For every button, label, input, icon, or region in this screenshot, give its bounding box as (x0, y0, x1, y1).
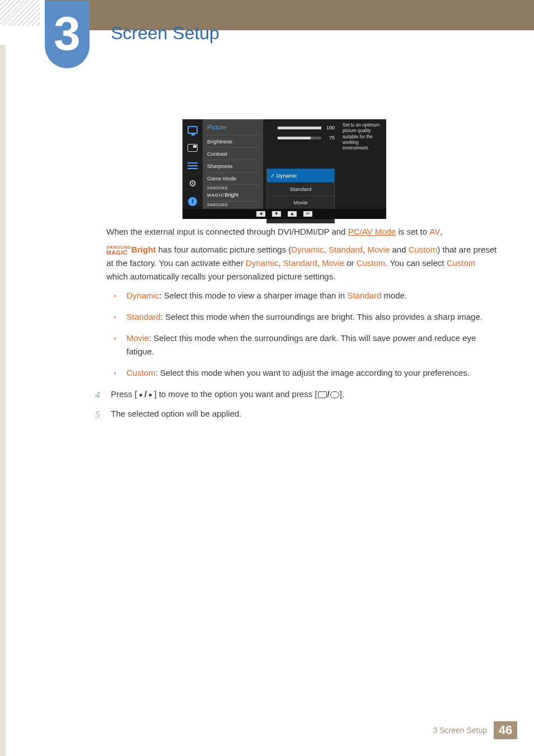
dot-icon (139, 394, 142, 396)
pip-icon (187, 143, 198, 153)
dropdown-option-movie: Movie (267, 195, 334, 209)
osd-item-magicbright: SAMSUNG MAGICBright (207, 184, 259, 200)
left-margin-strip (0, 45, 6, 756)
step-5-number: 5 (95, 407, 103, 422)
osd-menu-title: Picture (207, 123, 259, 133)
step-5-text: The selected option will be applied. (111, 407, 498, 422)
nav-left-icon: ◄ (256, 211, 265, 217)
step-5: 5 The selected option will be applied. (95, 407, 498, 422)
footer-page-number: 46 (494, 721, 517, 739)
dropdown-option-standard: Standard (267, 182, 334, 195)
source-icon (318, 391, 327, 398)
menu-icon (187, 161, 198, 171)
contrast-value: 75 (325, 134, 335, 142)
chapter-title: Screen Setup (111, 19, 219, 48)
osd-item-sharpness: Sharpness (207, 160, 259, 172)
chapter-number: 3 (54, 9, 81, 57)
osd-nav-bar: ◄ ▼ ▲ ↵ (182, 209, 386, 219)
osd-values: 100 75 Dynamic Standard Movie Custom (263, 119, 338, 209)
pcav-mode-link[interactable]: PC/AV Mode (348, 227, 396, 236)
mode-standard: Standard: Select this mode when the surr… (127, 310, 498, 324)
nav-up-icon: ▲ (288, 211, 297, 217)
samsung-magic-inline: SAMSUNG MAGIC (106, 245, 131, 256)
brightness-value: 100 (325, 124, 335, 132)
header-stripes (0, 0, 40, 26)
monitor-icon (187, 125, 198, 135)
osd-tab-strip: ⚙ i (182, 119, 203, 209)
enter-icon (330, 391, 339, 398)
brightness-slider (278, 127, 321, 129)
step-4: 4 Press [ / ] to move to the option you … (95, 388, 498, 403)
page-footer: 3 Screen Setup 46 (433, 721, 517, 739)
dropdown-option-dynamic: Dynamic (267, 169, 334, 182)
mode-list: Dynamic: Select this mode to view a shar… (106, 289, 498, 380)
nav-enter-icon: ↵ (303, 211, 312, 217)
mode-custom: Custom: Select this mode when you want t… (127, 366, 498, 380)
chapter-badge: 3 (45, 1, 90, 68)
intro-paragraph: When the external input is connected thr… (106, 225, 498, 239)
mode-movie: Movie: Select this mode when the surroun… (127, 332, 498, 358)
osd-menu-list: Picture Brightness Contrast Sharpness Ga… (203, 119, 263, 209)
contrast-slider (278, 137, 321, 139)
settings-paragraph: SAMSUNG MAGIC Bright has four automatic … (106, 243, 498, 283)
contrast-slider-row: 75 (266, 133, 335, 143)
brightness-slider-row: 100 (266, 123, 335, 133)
step-4-number: 4 (95, 388, 103, 403)
osd-panel: ⚙ i Picture Brightness Contrast Sharpnes… (182, 119, 386, 219)
gear-icon: ⚙ (187, 179, 198, 189)
osd-item-contrast: Contrast (207, 147, 259, 160)
footer-text: 3 Screen Setup (433, 724, 487, 736)
info-icon: i (187, 197, 198, 207)
body-content: When the external input is connected thr… (106, 225, 498, 422)
nav-down-icon: ▼ (272, 211, 281, 217)
osd-tooltip: Set to an optimum picture quality suitab… (343, 123, 384, 151)
osd-item-gamemode: Game Mode (207, 172, 259, 184)
mode-dynamic: Dynamic: Select this mode to view a shar… (127, 289, 498, 302)
osd-item-brightness: Brightness (207, 135, 259, 147)
